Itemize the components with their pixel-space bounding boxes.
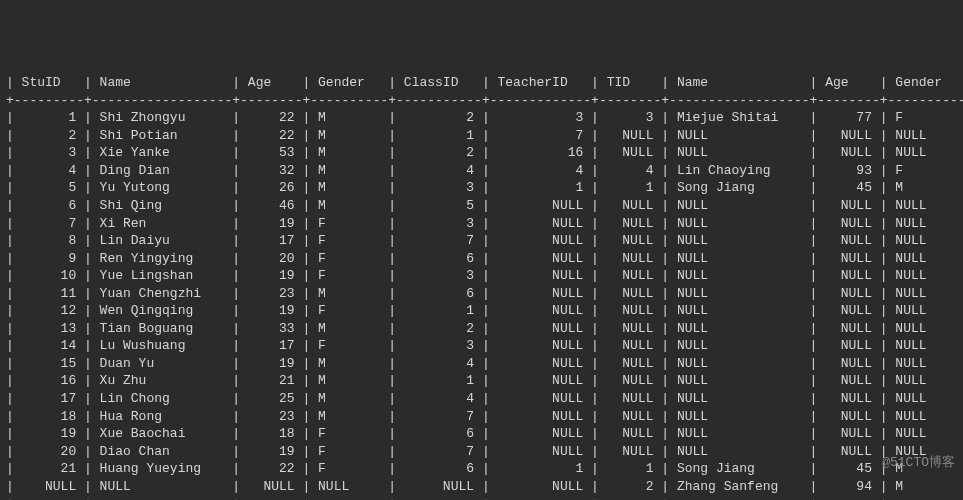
- sql-result-table: | StuID | Name | Age | Gender | ClassID …: [6, 74, 957, 500]
